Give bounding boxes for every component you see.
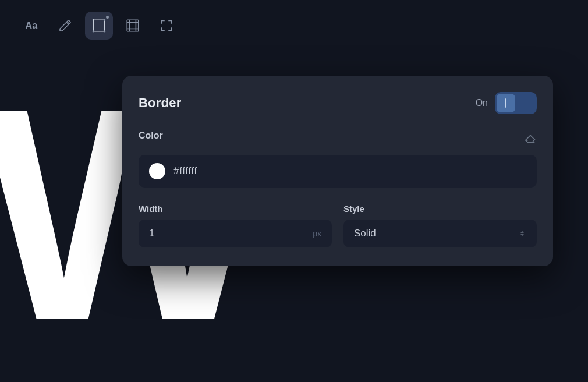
- toggle-group: On: [476, 92, 537, 114]
- width-label: Width: [139, 204, 332, 214]
- frame-icon: [125, 18, 140, 33]
- width-unit: px: [313, 229, 321, 238]
- style-value: Solid: [354, 228, 376, 239]
- box-icon: [91, 18, 107, 33]
- svg-point-3: [93, 30, 94, 32]
- active-dot-indicator: [106, 16, 109, 19]
- style-select[interactable]: Solid: [343, 220, 537, 247]
- toolbar-frame-button[interactable]: [119, 12, 147, 40]
- style-label: Style: [343, 204, 537, 214]
- toolbar-box-button[interactable]: [85, 12, 113, 40]
- toolbar-expand-button[interactable]: [153, 12, 180, 40]
- toolbar-brush-button[interactable]: [51, 12, 79, 40]
- svg-point-1: [93, 19, 94, 21]
- panel-header: Border On: [139, 92, 537, 114]
- svg-point-2: [104, 19, 105, 21]
- width-group: Width 1 px: [139, 204, 332, 247]
- toolbar-text-button[interactable]: Aa: [17, 12, 45, 40]
- fields-row: Width 1 px Style Solid: [139, 204, 537, 247]
- width-input[interactable]: 1 px: [139, 220, 332, 247]
- toolbar-text-icon: Aa: [25, 20, 37, 31]
- color-section-header: Color: [139, 130, 537, 148]
- border-toggle[interactable]: [495, 92, 537, 114]
- chevron-updown-icon: [518, 229, 526, 238]
- panel-title: Border: [139, 96, 181, 111]
- brush-icon: [58, 19, 72, 33]
- toggle-label: On: [476, 98, 488, 108]
- svg-point-4: [104, 30, 105, 32]
- color-label: Color: [139, 130, 163, 141]
- style-group: Style Solid: [343, 204, 537, 247]
- eraser-icon[interactable]: [524, 132, 537, 147]
- color-value: #ffffff: [173, 165, 197, 177]
- toggle-thumb: [497, 94, 515, 112]
- color-swatch: [149, 163, 165, 179]
- svg-rect-5: [127, 20, 139, 31]
- color-input-row[interactable]: #ffffff: [139, 155, 537, 188]
- border-panel: Border On Color #ffffff Width 1 px: [122, 76, 553, 266]
- toolbar: Aa: [17, 12, 180, 40]
- svg-rect-0: [93, 20, 105, 31]
- expand-icon: [159, 18, 174, 33]
- width-value: 1: [149, 228, 154, 239]
